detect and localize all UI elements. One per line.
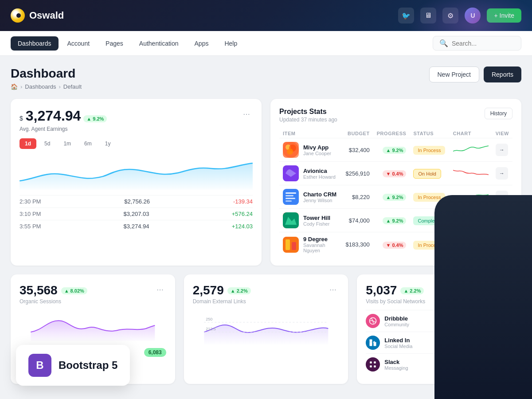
projects-title: Projects Stats (279, 108, 337, 116)
page-title: Dashboard (11, 66, 82, 81)
avatar[interactable]: U (465, 8, 481, 23)
progress-1: ▼ 0.4% (383, 170, 406, 177)
social-row-dribbble: Dribbble Community 579 ▲ 2.6% (366, 310, 512, 332)
status-badge-2: In Process (413, 193, 445, 202)
svg-rect-7 (286, 195, 293, 196)
col-budget: BUDGET (342, 129, 373, 138)
svg-rect-24 (370, 365, 372, 368)
sessions-change: ▲ 8.02% (61, 287, 87, 294)
view-button-0[interactable]: → (496, 144, 508, 156)
svg-rect-19 (370, 340, 372, 342)
reports-button[interactable]: Reports (484, 66, 521, 82)
screen-icon[interactable]: 🖥 (420, 8, 436, 23)
filter-5d[interactable]: 5d (39, 138, 55, 149)
bird-icon[interactable]: 🐦 (398, 8, 414, 23)
bootstrap-icon: B (28, 354, 51, 377)
filter-6m[interactable]: 6m (79, 138, 97, 149)
svg-rect-21 (370, 342, 372, 346)
earnings-row-1: 3:10 PM $3,207.03 +576.24 (20, 207, 253, 220)
col-item: ITEM (279, 129, 342, 138)
home-icon: 🏠 (11, 83, 18, 90)
social-more-button[interactable]: ⋯ (500, 283, 512, 296)
breadcrumb-default: Default (63, 83, 82, 90)
invite-button[interactable]: + Invite (487, 8, 521, 23)
slack-icon (366, 357, 380, 372)
table-row: Mivy App Jane Cooper $32,400 ▲ 9.2% In P… (279, 138, 512, 162)
col-view: VIEW (492, 129, 512, 138)
view-button-1[interactable]: → (496, 167, 508, 180)
col-progress: PROGRESS (373, 129, 410, 138)
social-row-slack: Slack Messaging 794 ▲ 0.2% (366, 353, 512, 375)
svg-text:212.5: 212.5 (206, 327, 216, 331)
view-button-4[interactable]: → (496, 239, 508, 251)
social-label: Visits by Social Networks (366, 298, 425, 305)
project-icon-0 (283, 142, 299, 158)
svg-rect-11 (283, 237, 299, 253)
table-row: Charto CRM Jenny Wilson $8,220 ▲ 9.2% In… (279, 185, 512, 209)
progress-2: ▲ 9.2% (383, 194, 406, 201)
search-input[interactable] (452, 40, 515, 47)
svg-rect-5 (283, 189, 299, 205)
tab-pages[interactable]: Pages (98, 36, 130, 51)
new-project-button[interactable]: New Project (429, 66, 479, 82)
table-row: Avionica Esther Howard $256,910 ▼ 0.4% O… (279, 162, 512, 185)
sessions-more-button[interactable]: ⋯ (154, 283, 166, 296)
sessions-value: 35,568 (20, 283, 58, 297)
bootstrap-overlay: B Bootstrap 5 (16, 345, 130, 386)
country-count: 6,083 (144, 348, 166, 357)
earnings-chart (20, 154, 253, 192)
tab-apps[interactable]: Apps (188, 36, 216, 51)
svg-rect-23 (374, 361, 376, 364)
social-row-linkedin: Linked In Social Media 1,088 ▼ 0.4% (366, 332, 512, 353)
status-badge-4: In Process (413, 241, 445, 250)
svg-text:250: 250 (206, 317, 212, 321)
tab-authentication[interactable]: Authentication (132, 36, 186, 51)
project-icon-2 (283, 189, 299, 205)
earnings-label: Avg. Agent Earnings (20, 126, 107, 132)
app-name: Oswald (29, 10, 64, 21)
breadcrumb: 🏠 › Dashboards › Default (11, 83, 82, 90)
table-row: 9 Degree Savannah Nguyen $183,300 ▼ 0.4%… (279, 232, 512, 257)
table-row: Tower Hill Cody Fisher $74,000 ▲ 9.2% Co… (279, 209, 512, 232)
links-chart: 250 212.5 (193, 310, 340, 345)
earnings-row-2: 3:55 PM $3,274.94 +124.03 (20, 220, 253, 232)
svg-rect-12 (286, 239, 290, 250)
bootstrap-label: Bootstrap 5 (59, 359, 117, 372)
filter-1y[interactable]: 1y (100, 138, 116, 149)
earnings-card: $ 3,274.94 ▲ 9.2% Avg. Agent Earnings ⋯ … (11, 99, 262, 266)
links-card: 2,579 ▲ 2.2% Domain External Links ⋯ (184, 274, 348, 384)
linkedin-icon (366, 336, 380, 350)
main-nav-tabs: Dashboards Account Pages Authentication … (11, 36, 244, 51)
svg-point-3 (287, 149, 293, 155)
progress-3: ▲ 9.2% (383, 217, 406, 224)
sessions-label: Organic Sessions (20, 298, 87, 305)
view-button-2[interactable]: → (496, 191, 508, 203)
logo-icon (11, 8, 25, 23)
history-button[interactable]: History (485, 108, 512, 119)
svg-rect-22 (370, 361, 372, 364)
svg-rect-13 (292, 242, 296, 250)
status-badge-1: On Hold (413, 169, 441, 179)
project-icon-3 (283, 212, 299, 228)
earnings-amount: 3,274.94 (26, 108, 81, 124)
view-button-3[interactable]: → (496, 214, 508, 227)
links-change: ▲ 2.2% (227, 287, 251, 294)
progress-4: ▼ 0.4% (383, 242, 406, 249)
links-value: 2,579 (193, 283, 224, 297)
filter-1m[interactable]: 1m (58, 138, 76, 149)
status-badge-0: In Process (413, 146, 445, 155)
svg-rect-20 (374, 342, 376, 346)
svg-rect-9 (286, 200, 292, 202)
breadcrumb-dashboards[interactable]: Dashboards (25, 83, 56, 90)
tab-dashboards[interactable]: Dashboards (11, 36, 59, 51)
tab-help[interactable]: Help (217, 36, 244, 51)
share-icon[interactable]: ⚙ (442, 8, 458, 23)
filter-1d[interactable]: 1d (20, 138, 36, 149)
tab-account[interactable]: Account (60, 36, 97, 51)
social-value: 5,037 (366, 283, 397, 297)
social-change: ▲ 2.2% (400, 287, 424, 294)
invite-label: + Invite (494, 12, 514, 19)
links-more-button[interactable]: ⋯ (327, 283, 339, 296)
earnings-more-button[interactable]: ⋯ (240, 108, 253, 120)
dribbble-icon (366, 314, 380, 328)
